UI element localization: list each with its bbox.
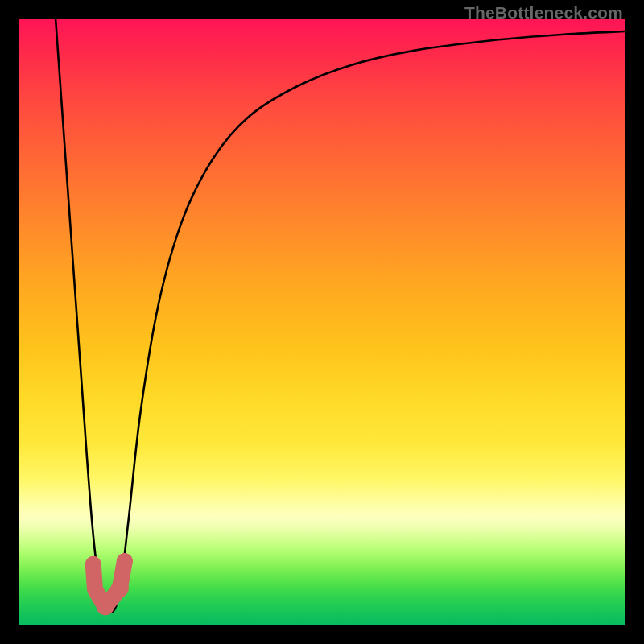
- j-marker-hook-blob: [111, 580, 129, 597]
- j-marker-tip-blob: [117, 553, 133, 569]
- page-frame: TheBottleneck.com: [0, 0, 644, 644]
- j-marker-top-dot: [89, 559, 98, 569]
- curves-svg: [19, 19, 625, 625]
- j-marker-mid-dot: [89, 584, 101, 595]
- plot-area: [19, 19, 625, 625]
- attribution-label: TheBottleneck.com: [464, 3, 623, 23]
- j-marker-group: [89, 553, 133, 615]
- bottleneck-curve: [56, 19, 625, 613]
- j-marker-base-blob: [97, 597, 114, 615]
